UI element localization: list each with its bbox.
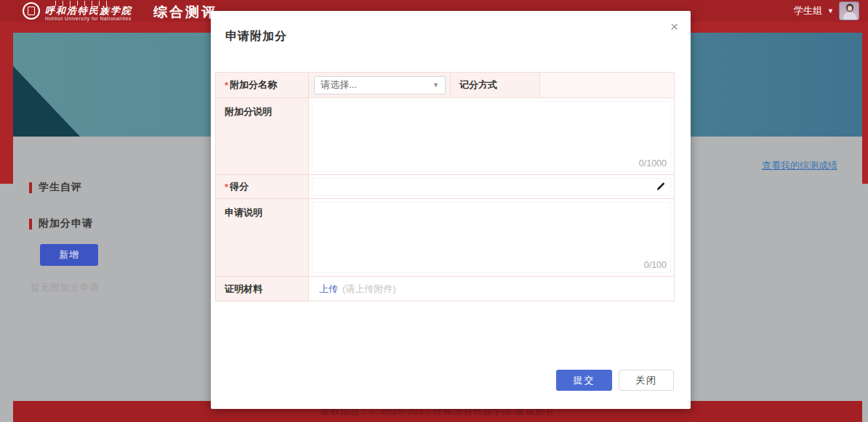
select-placeholder: 请选择... [315, 78, 433, 92]
submit-button[interactable]: 提交 [556, 370, 612, 391]
view-my-scores-link[interactable]: 查看我的综测成绩 [762, 159, 837, 172]
field-label: 附加分说明 [225, 105, 272, 118]
bonus-name-select-cell: 请选择... ▼ [309, 73, 450, 97]
score-label: * 得分 [216, 175, 309, 198]
apply-description-label: 申请说明 [216, 199, 309, 276]
required-asterisk: * [225, 182, 228, 192]
university-logo-group: 呼和浩特民族学院 Hohhot University for Nationali… [45, 1, 132, 21]
proof-material-cell: 上传 (请上传附件) [309, 277, 674, 301]
apply-description-cell: 0/100 [309, 199, 674, 276]
bonus-application-form: * 附加分名称 请选择... ▼ 记分方式 附加分说明 [215, 72, 675, 301]
empty-state-text: 暂无附加分申请 [31, 282, 100, 294]
section-marker-bar [29, 219, 32, 230]
bonus-description-textarea[interactable] [312, 101, 671, 171]
proof-material-label: 证明材料 [216, 277, 309, 301]
pencil-edit-icon[interactable] [656, 182, 665, 192]
field-label: 申请说明 [225, 206, 262, 219]
field-label: 附加分名称 [230, 78, 277, 92]
app-screen: 版权信息：© 2016-2017 呼和浩特民族学院 版权所有 呼和浩特民族学院 … [0, 0, 868, 422]
required-asterisk: * [225, 80, 228, 91]
add-bonus-button[interactable]: 新增 [40, 244, 98, 266]
score-cell [309, 175, 674, 198]
bonus-name-label: * 附加分名称 [216, 73, 309, 97]
university-name-en: Hohhot University for Nationalities [45, 16, 132, 21]
upload-hint: (请上传附件) [342, 283, 396, 296]
bonus-description-label: 附加分说明 [216, 98, 309, 174]
scoring-method-label: 记分方式 [450, 73, 539, 97]
mongolian-script-decoration [55, 1, 112, 6]
form-row-score: * 得分 [216, 175, 674, 199]
university-logo-icon[interactable] [23, 2, 40, 20]
form-row-proof-material: 证明材料 上传 (请上传附件) [216, 277, 674, 301]
close-button[interactable]: 关闭 [619, 370, 674, 391]
char-counter: 0/1000 [639, 158, 667, 169]
university-logo-emblem [28, 7, 35, 15]
close-icon[interactable]: × [670, 20, 678, 34]
university-name-cn: 呼和浩特民族学院 [45, 6, 132, 16]
form-row-bonus-name: * 附加分名称 请选择... ▼ 记分方式 [216, 73, 674, 98]
chevron-down-icon[interactable]: ▼ [827, 7, 834, 15]
section-label: 附加分申请 [39, 217, 93, 230]
avatar-body-shape [843, 12, 856, 20]
char-counter: 0/100 [644, 260, 667, 270]
bonus-name-select[interactable]: 请选择... ▼ [314, 76, 446, 94]
form-row-bonus-description: 附加分说明 0/1000 [216, 98, 674, 175]
modal-title: 申请附加分 [225, 29, 287, 44]
form-row-apply-description: 申请说明 0/100 [216, 199, 674, 277]
scoring-method-value [539, 73, 674, 97]
section-student-self-review: 学生自评 [29, 181, 82, 194]
section-label: 学生自评 [39, 181, 82, 194]
apply-description-textarea[interactable] [312, 202, 671, 273]
apply-bonus-modal: 申请附加分 × * 附加分名称 请选择... ▼ 记分方式 [211, 11, 691, 409]
field-label: 得分 [230, 180, 249, 193]
upload-link[interactable]: 上传 [319, 283, 338, 296]
chevron-down-icon: ▼ [433, 81, 445, 89]
section-bonus-application: 附加分申请 [29, 217, 93, 230]
field-label: 证明材料 [225, 283, 262, 296]
user-menu[interactable]: 学生组 ▼ [794, 1, 859, 20]
app-title: 综合测评 [153, 3, 217, 22]
user-group-label[interactable]: 学生组 [794, 4, 822, 17]
section-marker-bar [29, 182, 32, 193]
avatar[interactable] [839, 1, 859, 20]
avatar-face-shape [848, 6, 852, 11]
banner-triangle-decoration [13, 66, 80, 137]
score-input[interactable] [312, 178, 671, 195]
bonus-description-cell: 0/1000 [309, 98, 674, 174]
